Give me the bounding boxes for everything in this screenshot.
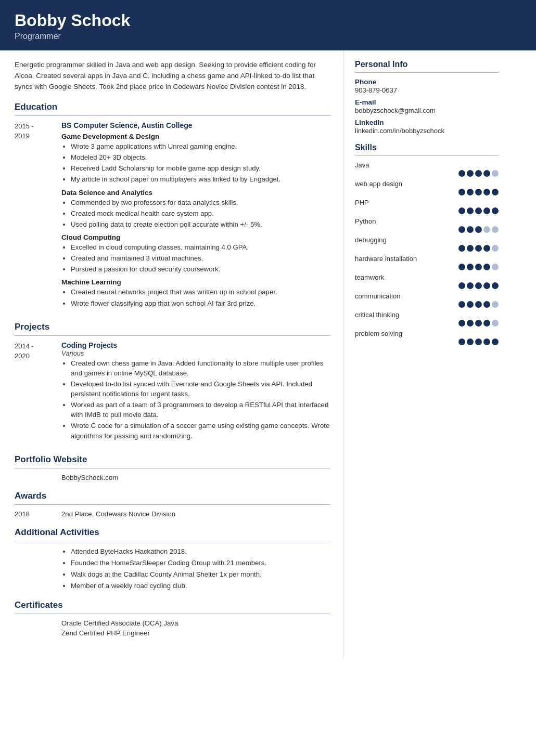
skill-dot-filled bbox=[483, 245, 490, 252]
portfolio-title: Portfolio Website bbox=[15, 454, 330, 465]
skill-dot-filled bbox=[475, 282, 482, 289]
projects-list: Created own chess game in Java. Added fu… bbox=[61, 358, 330, 441]
activities-title: Additional Activities bbox=[15, 527, 330, 538]
skill-dot-empty bbox=[492, 245, 499, 252]
skill-dot-filled bbox=[458, 282, 465, 289]
skill-row: Java bbox=[355, 161, 499, 177]
skill-dot-filled bbox=[458, 170, 465, 177]
list-item: Received Ladd Scholarship for mobile gam… bbox=[71, 163, 330, 173]
summary-section: Energetic programmer skilled in Java and… bbox=[15, 60, 330, 93]
skill-dot-filled bbox=[483, 320, 490, 327]
edu-subsection-3-list: Excelled in cloud computing classes, mai… bbox=[61, 242, 330, 274]
portfolio-divider bbox=[15, 468, 330, 468]
skill-dots bbox=[355, 320, 499, 327]
skill-dots bbox=[355, 245, 499, 252]
skill-dot-empty bbox=[492, 301, 499, 308]
certificates-title: Certificates bbox=[15, 600, 330, 610]
list-item: Worked as part of a team of 3 programmer… bbox=[71, 400, 330, 420]
skill-dot-filled bbox=[483, 207, 490, 214]
activity-item: Member of a weekly road cycling club. bbox=[71, 581, 330, 591]
skill-dots bbox=[355, 301, 499, 308]
skill-dot-filled bbox=[467, 170, 474, 177]
list-item: Commended by two professors for data ana… bbox=[71, 198, 330, 207]
skill-row: hardware installation bbox=[355, 255, 499, 270]
skill-dot-filled bbox=[475, 170, 482, 177]
skill-name: web app design bbox=[355, 180, 499, 188]
projects-content: Coding Projects Various Created own ches… bbox=[61, 341, 330, 445]
skill-dot-filled bbox=[458, 207, 465, 214]
skill-dots bbox=[355, 282, 499, 289]
skill-dot-empty bbox=[492, 170, 499, 177]
skill-row: PHP bbox=[355, 199, 499, 214]
education-degree: BS Computer Science, Austin College bbox=[61, 121, 330, 129]
skill-dot-filled bbox=[458, 245, 465, 252]
list-item: Created own chess game in Java. Added fu… bbox=[71, 358, 330, 378]
certificates-divider bbox=[15, 614, 330, 614]
skill-name: Java bbox=[355, 161, 499, 169]
skills-title: Skills bbox=[355, 143, 499, 152]
skill-dot-filled bbox=[467, 320, 474, 327]
skill-dot-empty bbox=[492, 226, 499, 233]
skill-name: communication bbox=[355, 292, 499, 300]
skill-dots bbox=[355, 170, 499, 177]
linkedin-label: LinkedIn bbox=[355, 119, 499, 126]
education-content: BS Computer Science, Austin College Game… bbox=[61, 121, 330, 312]
skill-row: critical thinking bbox=[355, 311, 499, 327]
skill-dot-filled bbox=[458, 301, 465, 308]
skill-dot-filled bbox=[467, 282, 474, 289]
skill-dot-filled bbox=[483, 282, 490, 289]
edu-subsection-4-list: Created neural networks project that was… bbox=[61, 287, 330, 308]
right-column: Personal Info Phone 903-879-0637 E-mail … bbox=[343, 50, 510, 659]
skill-row: teamwork bbox=[355, 273, 499, 289]
list-item: My article in school paper on multiplaye… bbox=[71, 174, 330, 184]
list-item: Created and maintained 3 virtual machine… bbox=[71, 253, 330, 263]
edu-subsection-1-list: Wrote 3 game applications with Unreal ga… bbox=[61, 141, 330, 185]
skill-name: Python bbox=[355, 217, 499, 225]
skill-dot-empty bbox=[483, 226, 490, 233]
award-value: 2nd Place, Codewars Novice Division bbox=[61, 510, 175, 518]
skill-dot-filled bbox=[458, 320, 465, 327]
list-item: Created neural networks project that was… bbox=[71, 287, 330, 297]
projects-section: Projects 2014 - 2020 Coding Projects Var… bbox=[15, 322, 330, 445]
list-item: Excelled in cloud computing classes, mai… bbox=[71, 242, 330, 252]
skill-dot-filled bbox=[483, 301, 490, 308]
award-entry: 2018 2nd Place, Codewars Novice Division bbox=[15, 510, 330, 518]
skill-dot-filled bbox=[483, 170, 490, 177]
skill-dots bbox=[355, 189, 499, 195]
phone-value: 903-879-0637 bbox=[355, 86, 499, 94]
skill-dot-filled bbox=[458, 264, 465, 270]
education-section: Education 2015 - 2019 BS Computer Scienc… bbox=[15, 102, 330, 312]
skill-row: communication bbox=[355, 292, 499, 308]
personal-info-divider bbox=[355, 72, 499, 73]
skill-dot-filled bbox=[475, 226, 482, 233]
certificate-item: Zend Certified PHP Engineer bbox=[15, 629, 330, 637]
projects-title: Projects bbox=[15, 322, 330, 332]
certificate-item: Oracle Certified Associate (OCA) Java bbox=[15, 619, 330, 627]
skill-dot-filled bbox=[475, 264, 482, 270]
skill-name: teamwork bbox=[355, 273, 499, 281]
activity-item: Founded the HomeStarSleeper Coding Group… bbox=[71, 558, 330, 568]
skill-name: problem solving bbox=[355, 330, 499, 337]
linkedin-value: linkedin.com/in/bobbyzschock bbox=[355, 127, 499, 135]
list-item: Used polling data to create election pol… bbox=[71, 219, 330, 229]
skill-row: Python bbox=[355, 217, 499, 233]
skill-dot-filled bbox=[467, 301, 474, 308]
awards-section: Awards 2018 2nd Place, Codewars Novice D… bbox=[15, 491, 330, 518]
list-item: Pursued a passion for cloud security cou… bbox=[71, 264, 330, 274]
skill-dot-filled bbox=[467, 189, 474, 195]
skill-dot-filled bbox=[458, 226, 465, 233]
skill-dot-filled bbox=[467, 338, 474, 345]
list-item: Created mock medical health care system … bbox=[71, 208, 330, 218]
personal-info-title: Personal Info bbox=[355, 60, 499, 69]
portfolio-website: BobbySchock.com bbox=[15, 474, 330, 481]
list-item: Wrote C code for a simulation of a socce… bbox=[71, 421, 330, 440]
skills-section: Skills Javaweb app designPHPPythondebugg… bbox=[355, 143, 499, 345]
skills-divider bbox=[355, 155, 499, 156]
skill-dots bbox=[355, 338, 499, 345]
skill-dots bbox=[355, 264, 499, 270]
activity-item: Attended ByteHacks Hackathon 2018. bbox=[71, 546, 330, 556]
skill-dot-filled bbox=[475, 338, 482, 345]
skill-dot-filled bbox=[492, 207, 499, 214]
projects-entry: 2014 - 2020 Coding Projects Various Crea… bbox=[15, 341, 330, 445]
skill-row: debugging bbox=[355, 236, 499, 252]
